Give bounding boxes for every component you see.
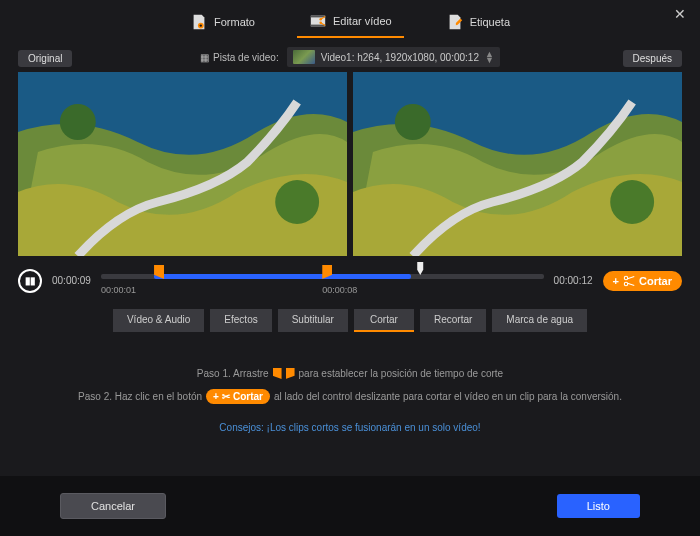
track-label-text: Pista de video: bbox=[213, 52, 279, 63]
tab-format[interactable]: Formato bbox=[178, 7, 267, 37]
timeline: ▮▮ 00:00:09 00:00:01 00:00:08 00:00:12 +… bbox=[0, 256, 700, 295]
track-row: ▦ Pista de video: Video1: h264, 1920x108… bbox=[0, 44, 700, 70]
document-pen-icon bbox=[446, 13, 464, 31]
mark-end: 00:00:08 bbox=[322, 285, 357, 295]
mini-handle-left-icon bbox=[273, 368, 282, 379]
plus-icon: + bbox=[613, 275, 619, 287]
tip-text: Consejos: ¡Los clips cortos se fusionará… bbox=[30, 422, 670, 433]
aerial-coast-image bbox=[18, 72, 347, 256]
scissors-icon bbox=[623, 275, 635, 287]
step2-text-b: al lado del control deslizante para cort… bbox=[274, 391, 622, 402]
svg-point-13 bbox=[624, 276, 627, 279]
tab-edit-label: Editar vídeo bbox=[333, 15, 392, 27]
track-label: ▦ Pista de video: bbox=[200, 52, 279, 63]
time-current: 00:00:09 bbox=[52, 275, 91, 286]
svg-point-9 bbox=[275, 180, 319, 224]
slider-track bbox=[101, 274, 544, 279]
cut-button[interactable]: + Cortar bbox=[603, 271, 682, 291]
cancel-button[interactable]: Cancelar bbox=[60, 493, 166, 519]
top-tab-bar: Formato Editar vídeo Etiqueta bbox=[0, 0, 700, 44]
film-cut-icon bbox=[309, 12, 327, 30]
subtab-cut[interactable]: Cortar bbox=[354, 309, 414, 332]
preview-after bbox=[353, 72, 682, 256]
cut-button-label: Cortar bbox=[639, 275, 672, 287]
playhead[interactable] bbox=[415, 262, 425, 275]
instructions: Paso 1. Arrastre para establecer la posi… bbox=[0, 340, 700, 451]
svg-point-1 bbox=[200, 24, 202, 26]
scissors-icon: ✂ bbox=[222, 391, 230, 402]
document-gear-icon bbox=[190, 13, 208, 31]
step-1: Paso 1. Arrastre para establecer la posi… bbox=[30, 368, 670, 379]
svg-point-12 bbox=[610, 180, 654, 224]
subtab-crop[interactable]: Recortar bbox=[420, 309, 486, 332]
mini-handle-right-icon bbox=[286, 368, 295, 379]
subtab-subtitle[interactable]: Subtitular bbox=[278, 309, 348, 332]
slider-fill bbox=[154, 274, 411, 279]
plus-icon: + bbox=[213, 391, 219, 402]
tab-edit-video[interactable]: Editar vídeo bbox=[297, 6, 404, 38]
aerial-coast-image bbox=[353, 72, 682, 256]
step1-text-a: Paso 1. Arrastre bbox=[197, 368, 269, 379]
tab-tag[interactable]: Etiqueta bbox=[434, 7, 522, 37]
pause-icon: ▮▮ bbox=[25, 275, 35, 286]
subtab-effects[interactable]: Efectos bbox=[210, 309, 271, 332]
step-2: Paso 2. Haz clic en el botón + ✂ Cortar … bbox=[30, 389, 670, 404]
film-icon: ▦ bbox=[200, 52, 209, 63]
preview-original bbox=[18, 72, 347, 256]
step2-text-a: Paso 2. Haz clic en el botón bbox=[78, 391, 202, 402]
close-icon[interactable]: ✕ bbox=[674, 6, 686, 22]
cut-chip-inline: + ✂ Cortar bbox=[206, 389, 270, 404]
step1-text-b: para establecer la posición de tiempo de… bbox=[299, 368, 504, 379]
sub-tab-bar: Vídeo & Audio Efectos Subtitular Cortar … bbox=[0, 295, 700, 340]
chevron-updown-icon: ▲▼ bbox=[485, 51, 494, 63]
subtab-video-audio[interactable]: Vídeo & Audio bbox=[113, 309, 204, 332]
mark-start: 00:00:01 bbox=[101, 285, 136, 295]
time-marks: 00:00:01 00:00:08 bbox=[101, 285, 544, 295]
footer: Cancelar Listo bbox=[0, 476, 700, 536]
svg-point-8 bbox=[60, 104, 96, 140]
track-selected-text: Video1: h264, 1920x1080, 00:00:12 bbox=[321, 52, 479, 63]
pause-button[interactable]: ▮▮ bbox=[18, 269, 42, 293]
done-button[interactable]: Listo bbox=[557, 494, 640, 518]
svg-point-11 bbox=[395, 104, 431, 140]
subtab-watermark[interactable]: Marca de agua bbox=[492, 309, 587, 332]
track-select[interactable]: Video1: h264, 1920x1080, 00:00:12 ▲▼ bbox=[287, 47, 500, 67]
slider[interactable]: 00:00:01 00:00:08 bbox=[101, 266, 544, 295]
time-total: 00:00:12 bbox=[554, 275, 593, 286]
preview-row bbox=[0, 70, 700, 256]
label-after: Después bbox=[623, 50, 682, 67]
tab-format-label: Formato bbox=[214, 16, 255, 28]
track-thumbnail bbox=[293, 50, 315, 64]
tab-tag-label: Etiqueta bbox=[470, 16, 510, 28]
svg-point-14 bbox=[624, 282, 627, 285]
label-original: Original bbox=[18, 50, 72, 67]
cut-chip-label: Cortar bbox=[233, 391, 263, 402]
